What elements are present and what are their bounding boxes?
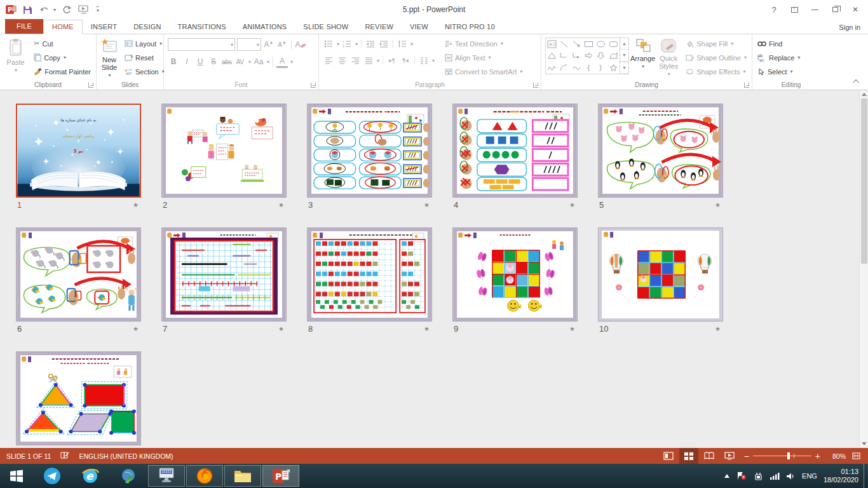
slide-indicator[interactable]: SLIDE 1 OF 11	[6, 452, 51, 460]
replace-button[interactable]: abac Replace▾	[755, 51, 803, 64]
slide-thumbnail-10[interactable]: ? 10★	[598, 227, 723, 334]
animation-star-icon[interactable]: ★	[569, 201, 575, 208]
tray-expand-arrow[interactable]	[724, 473, 730, 478]
reset-button[interactable]: Reset	[122, 51, 167, 64]
decrease-indent-button[interactable]	[365, 37, 376, 50]
tab-review[interactable]: REVIEW	[356, 20, 402, 34]
character-spacing-button[interactable]: AV	[234, 55, 246, 68]
drawing-dialog-launcher[interactable]	[744, 83, 749, 88]
select-button[interactable]: Select▾	[755, 65, 803, 78]
save-button[interactable]	[23, 5, 32, 15]
line-spacing-button[interactable]	[397, 37, 408, 50]
scroll-down-arrow[interactable]	[862, 442, 867, 445]
underline-button[interactable]: U	[194, 55, 206, 68]
slide-2-image[interactable]	[161, 104, 287, 198]
language-indicator[interactable]: ENGLISH (UNITED KINGDOM)	[79, 452, 173, 460]
numbering-button[interactable]: 123	[341, 37, 353, 50]
shape-effects-button[interactable]: Shape Effects▾	[683, 65, 749, 78]
scrollbar-thumb[interactable]	[861, 98, 867, 264]
slide-thumbnail-11[interactable]: 11★	[16, 351, 141, 448]
slide-thumbnail-9[interactable]: 9★	[452, 227, 578, 334]
ltr-text-button[interactable]: ▸¶	[386, 54, 398, 67]
vertical-scrollbar[interactable]	[859, 90, 868, 448]
clock[interactable]: 01:13 18/02/2020	[824, 468, 858, 484]
show-desktop-button[interactable]	[864, 464, 868, 488]
zoom-in-button[interactable]: +	[815, 453, 820, 459]
network-signal-icon[interactable]	[770, 472, 780, 480]
quick-styles-button[interactable]: Quick Styles▾	[656, 36, 681, 80]
justify-button[interactable]	[363, 54, 374, 67]
bold-button[interactable]: B	[168, 55, 179, 68]
shapes-gallery-scroll[interactable]: ▲▼▼	[620, 37, 629, 74]
start-button[interactable]	[0, 464, 33, 488]
taskbar-firefox-icon[interactable]	[186, 465, 223, 487]
customize-qat-button[interactable]: ▾	[96, 6, 99, 13]
font-name-combo[interactable]: ▾	[168, 38, 235, 51]
italic-button[interactable]: I	[181, 55, 193, 68]
shape-fill-button[interactable]: Shape Fill▾	[683, 37, 749, 50]
slide-thumbnail-5[interactable]: 5★	[598, 104, 723, 210]
taskbar-file-explorer-icon[interactable]	[224, 465, 261, 487]
section-button[interactable]: Section▾	[122, 65, 167, 78]
animation-star-icon[interactable]: ★	[133, 325, 139, 332]
zoom-slider[interactable]: − +	[744, 453, 820, 459]
taskbar-telegram-icon[interactable]	[33, 464, 71, 488]
slide-7-image[interactable]	[161, 227, 287, 322]
minimize-button[interactable]	[806, 3, 824, 17]
sign-in-link[interactable]: Sign in	[839, 24, 860, 31]
clipboard-dialog-launcher[interactable]	[88, 83, 93, 88]
taskbar-internet-explorer-icon[interactable]: e	[71, 464, 109, 488]
tab-slideshow[interactable]: SLIDE SHOW	[295, 20, 356, 34]
rtl-text-button[interactable]: ¶◂	[400, 54, 411, 67]
format-painter-button[interactable]: Format Painter	[31, 65, 93, 78]
taskbar-onscreen-keyboard-icon[interactable]	[148, 465, 185, 487]
slide-thumbnail-1[interactable]: به نام خدای ستاره ها ریاضی اول دبستان تم…	[16, 104, 141, 210]
align-right-button[interactable]	[349, 54, 361, 67]
slide-sorter-view-button[interactable]	[679, 448, 698, 464]
collapse-ribbon-button[interactable]	[851, 77, 862, 86]
animation-star-icon[interactable]: ★	[278, 201, 284, 208]
animation-star-icon[interactable]: ★	[715, 325, 721, 332]
slide-thumbnail-3[interactable]: 3★	[307, 104, 432, 210]
animation-star-icon[interactable]: ★	[424, 201, 430, 208]
slide-3-image[interactable]	[307, 104, 432, 198]
paste-button[interactable]: Paste▾	[1, 36, 30, 80]
layout-button[interactable]: Layout▾	[122, 37, 167, 50]
slide-9-image[interactable]	[452, 227, 578, 322]
animation-star-icon[interactable]: ★	[133, 201, 139, 208]
undo-dropdown-arrow[interactable]: ▾	[53, 7, 56, 13]
slide-thumbnail-6[interactable]: 6★	[16, 227, 141, 334]
redo-button[interactable]	[62, 5, 72, 15]
shapes-gallery[interactable]: A {	[543, 36, 629, 80]
tab-home[interactable]: HOME	[43, 20, 83, 34]
tab-design[interactable]: DESIGN	[125, 20, 169, 34]
new-slide-button[interactable]: New Slide▾	[98, 36, 121, 80]
font-color-button[interactable]: A	[276, 55, 288, 68]
action-center-flag-icon[interactable]	[736, 471, 747, 480]
slide-11-image[interactable]	[16, 351, 141, 445]
slide-thumbnail-2[interactable]: 2★	[161, 104, 287, 210]
copy-button[interactable]: Copy▾	[31, 51, 93, 64]
slide-4-image[interactable]	[452, 104, 578, 198]
tab-file[interactable]: FILE	[5, 19, 43, 34]
clear-formatting-button[interactable]: A	[295, 38, 306, 51]
slide-8-image[interactable]	[307, 227, 432, 322]
zoom-percentage[interactable]: 80%	[825, 452, 846, 460]
text-direction-button[interactable]: A Text Direction▾	[442, 37, 525, 50]
font-dialog-launcher[interactable]	[311, 83, 316, 88]
tab-nitro-pro[interactable]: NITRO PRO 10	[437, 20, 503, 34]
help-button[interactable]: ?	[765, 3, 783, 17]
align-text-button[interactable]: Align Text▾	[442, 51, 525, 64]
slide-thumbnail-8[interactable]: 8★	[307, 227, 432, 334]
columns-button[interactable]	[418, 54, 430, 67]
reading-view-button[interactable]	[700, 448, 719, 464]
undo-button[interactable]: ▾	[39, 5, 56, 14]
normal-view-button[interactable]	[659, 448, 678, 464]
ribbon-display-options-button[interactable]	[785, 3, 803, 17]
align-left-button[interactable]	[323, 54, 334, 67]
font-size-combo[interactable]: ▾	[237, 38, 261, 51]
zoom-out-button[interactable]: −	[744, 453, 749, 459]
paragraph-dialog-launcher[interactable]	[533, 83, 538, 88]
slide-10-image[interactable]: ?	[598, 227, 723, 322]
scroll-up-arrow[interactable]	[862, 93, 867, 96]
